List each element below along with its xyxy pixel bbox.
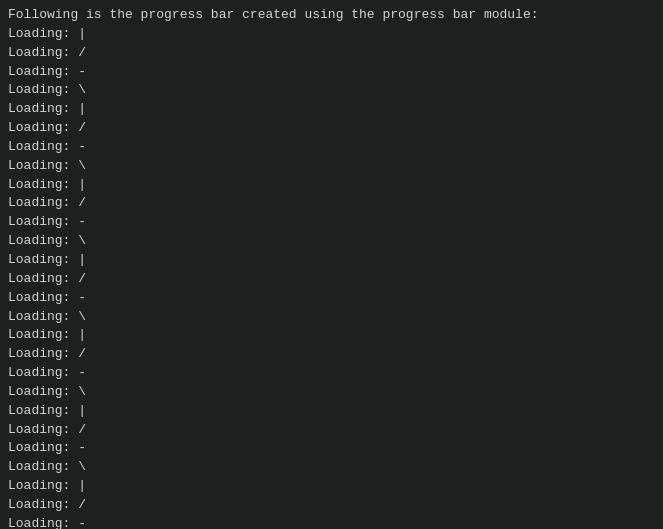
loading-line: Loading: - [8, 515, 655, 529]
loading-line: Loading: \ [8, 383, 655, 402]
loading-line: Loading: / [8, 421, 655, 440]
loading-line: Loading: | [8, 402, 655, 421]
loading-line: Loading: | [8, 326, 655, 345]
loading-line: Loading: \ [8, 81, 655, 100]
loading-line: Loading: | [8, 100, 655, 119]
loading-line: Loading: \ [8, 458, 655, 477]
loading-line: Loading: | [8, 25, 655, 44]
loading-line: Loading: - [8, 63, 655, 82]
loading-line: Loading: - [8, 289, 655, 308]
terminal-output: Following is the progress bar created us… [0, 0, 663, 529]
loading-line: Loading: \ [8, 157, 655, 176]
loading-line: Loading: - [8, 213, 655, 232]
loading-line: Loading: | [8, 251, 655, 270]
loading-line: Loading: \ [8, 232, 655, 251]
header-line: Following is the progress bar created us… [8, 6, 655, 25]
loading-line: Loading: - [8, 138, 655, 157]
loading-line: Loading: / [8, 496, 655, 515]
loading-line: Loading: / [8, 119, 655, 138]
loading-line: Loading: / [8, 270, 655, 289]
loading-line: Loading: - [8, 364, 655, 383]
loading-line: Loading: | [8, 477, 655, 496]
loading-line: Loading: | [8, 176, 655, 195]
loading-line: Loading: - [8, 439, 655, 458]
loading-line: Loading: / [8, 194, 655, 213]
output-lines: Loading: |Loading: /Loading: -Loading: \… [8, 25, 655, 529]
loading-line: Loading: / [8, 345, 655, 364]
loading-line: Loading: / [8, 44, 655, 63]
loading-line: Loading: \ [8, 308, 655, 327]
